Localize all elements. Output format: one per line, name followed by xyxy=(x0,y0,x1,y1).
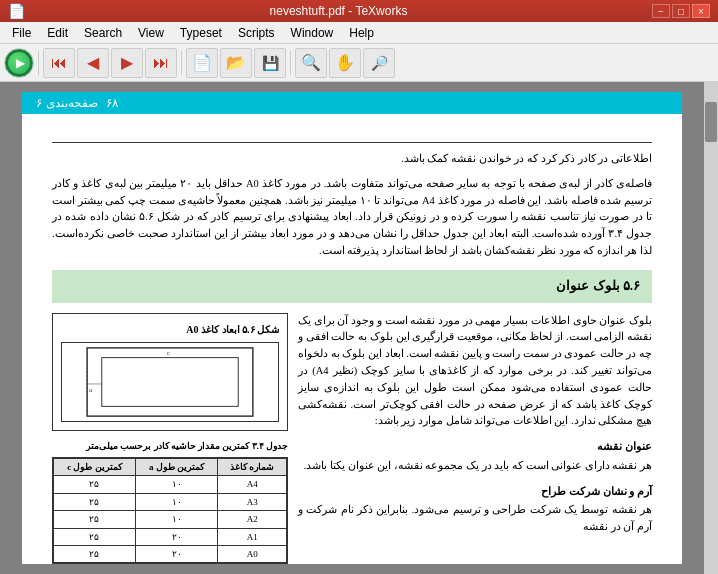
table-cell: A1 xyxy=(218,528,287,545)
menu-bar: File Edit Search View Typeset Scripts Wi… xyxy=(0,22,718,44)
zoom-icon: 🔍 xyxy=(301,53,321,72)
table-row: A0۲۰۲۵ xyxy=(54,545,287,562)
section-label: صفحه‌بندی xyxy=(46,96,98,110)
section-header-56: ۵.۶ بلوک عنوان xyxy=(52,270,652,303)
table-cell: ۲۵ xyxy=(54,511,136,528)
menu-view[interactable]: View xyxy=(130,24,172,42)
close-button[interactable]: × xyxy=(692,4,710,18)
new-file-button[interactable]: 📄 xyxy=(186,48,218,78)
title-bar: 📄 neveshtuft.pdf - TeXworks − □ × xyxy=(0,0,718,22)
table-cell: ۱۰ xyxy=(135,493,218,510)
menu-window[interactable]: Window xyxy=(283,24,342,42)
table-cell: A2 xyxy=(218,511,287,528)
menu-help[interactable]: Help xyxy=(341,24,382,42)
hand-tool-button[interactable]: ✋ xyxy=(329,48,361,78)
title-bar-title: neveshtuft.pdf - TeXworks xyxy=(25,4,652,18)
table-cell: ۲۵ xyxy=(54,476,136,493)
sub-heading-1: عنوان نقشه xyxy=(298,438,652,456)
play-button[interactable]: ▶ xyxy=(4,48,34,78)
pdf-para-3: بلوک عنوان حاوی اطلاعات بسیار مهمی در مو… xyxy=(298,313,652,431)
table-cell: ۲۵ xyxy=(54,493,136,510)
figure-title: شکل ۵.۶ ابعاد کاغذ A0 xyxy=(61,322,279,338)
toolbar-separator-1 xyxy=(38,51,39,75)
first-page-icon: ⏮ xyxy=(51,54,67,72)
table-cell: A3 xyxy=(218,493,287,510)
next-page-button[interactable]: ▶ xyxy=(111,48,143,78)
menu-search[interactable]: Search xyxy=(76,24,130,42)
table-header-2: کمترین طول a xyxy=(135,458,218,475)
table-row: A1۲۰۲۵ xyxy=(54,528,287,545)
pdf-para-1: اطلاعاتی در کادر ذکر کرد که در خواندن نق… xyxy=(52,151,652,168)
table-cell: A0 xyxy=(218,545,287,562)
next-page-icon: ▶ xyxy=(121,53,133,72)
pdf-para-2: فاصله‌ی کادر از لبه‌ی صفحه با توجه به سا… xyxy=(52,176,652,260)
pdf-top-bar: ۶۸ صفحه‌بندی ۶ xyxy=(22,92,682,114)
scroll-thumb[interactable] xyxy=(705,102,717,142)
menu-scripts[interactable]: Scripts xyxy=(230,24,283,42)
content-area: ۶۸ صفحه‌بندی ۶ اطلاعاتی در کادر ذکر کرد … xyxy=(0,82,718,574)
toolbar-separator-2 xyxy=(181,51,182,75)
figure-inner: a c xyxy=(61,342,279,422)
minimize-button[interactable]: − xyxy=(652,4,670,18)
menu-file[interactable]: File xyxy=(4,24,39,42)
page-number: ۶۸ xyxy=(106,96,118,110)
pdf-page: اطلاعاتی در کادر ذکر کرد که در خواندن نق… xyxy=(22,114,682,564)
table-cell: ۲۰ xyxy=(135,545,218,562)
title-bar-controls: − □ × xyxy=(652,4,710,18)
table-cell: ۲۵ xyxy=(54,528,136,545)
new-file-icon: 📄 xyxy=(192,53,212,72)
open-file-button[interactable]: 📂 xyxy=(220,48,252,78)
table-row: A2۱۰۲۵ xyxy=(54,511,287,528)
two-col-section: بلوک عنوان حاوی اطلاعات بسیار مهمی در مو… xyxy=(52,313,652,565)
figure-box: شکل ۵.۶ ابعاد کاغذ A0 a c xyxy=(52,313,288,431)
scrollbar[interactable] xyxy=(704,82,718,574)
prev-page-icon: ◀ xyxy=(87,53,99,72)
zoom-button[interactable]: 🔍 xyxy=(295,48,327,78)
pdf-para-sub2: هر نقشه توسط یک شرکت طراحی و ترسیم می‌شو… xyxy=(298,502,652,536)
dimensions-table: شماره کاغذ کمترین طول a کمترین طول c A4۱… xyxy=(53,458,287,563)
last-page-icon: ⏭ xyxy=(153,54,169,72)
menu-edit[interactable]: Edit xyxy=(39,24,76,42)
table-cell: ۱۰ xyxy=(135,476,218,493)
menu-typeset[interactable]: Typeset xyxy=(172,24,230,42)
toolbar: ▶ ⏮ ◀ ▶ ⏭ 📄 📂 💾 🔍 ✋ 🔎 xyxy=(0,44,718,82)
save-file-icon: 💾 xyxy=(262,55,279,71)
open-file-icon: 📂 xyxy=(226,53,246,72)
figure-svg: a c xyxy=(62,343,278,421)
save-file-button[interactable]: 💾 xyxy=(254,48,286,78)
pdf-top-line xyxy=(52,142,652,143)
page-section-number: ۶ xyxy=(36,96,42,110)
table-header-3: کمترین طول c xyxy=(54,458,136,475)
table-cell: ۱۰ xyxy=(135,511,218,528)
hand-icon: ✋ xyxy=(335,53,355,72)
pdf-container[interactable]: ۶۸ صفحه‌بندی ۶ اطلاعاتی در کادر ذکر کرد … xyxy=(0,82,704,574)
table-box: شماره کاغذ کمترین طول a کمترین طول c A4۱… xyxy=(52,457,288,564)
play-icon: ▶ xyxy=(6,50,32,76)
prev-page-button[interactable]: ◀ xyxy=(77,48,109,78)
svg-rect-1 xyxy=(102,357,239,406)
title-bar-icon: 📄 xyxy=(8,3,25,19)
last-page-button[interactable]: ⏭ xyxy=(145,48,177,78)
maximize-button[interactable]: □ xyxy=(672,4,690,18)
table-header-1: شماره کاغذ xyxy=(218,458,287,475)
find-button[interactable]: 🔎 xyxy=(363,48,395,78)
table-row: A3۱۰۲۵ xyxy=(54,493,287,510)
first-page-button[interactable]: ⏮ xyxy=(43,48,75,78)
col-text-left: بلوک عنوان حاوی اطلاعات بسیار مهمی در مو… xyxy=(298,313,652,565)
sub-heading-2: آرم و نشان شرکت طراح xyxy=(298,483,652,501)
toolbar-separator-3 xyxy=(290,51,291,75)
table-container: جدول ۳.۴ کمترین مقدار حاشیه کادر برحسب م… xyxy=(52,439,288,565)
table-row: A4۱۰۲۵ xyxy=(54,476,287,493)
table-cell: ۲۰ xyxy=(135,528,218,545)
table-cell: ۲۵ xyxy=(54,545,136,562)
find-icon: 🔎 xyxy=(371,55,388,71)
table-title: جدول ۳.۴ کمترین مقدار حاشیه کادر برحسب م… xyxy=(52,439,288,453)
svg-text:c: c xyxy=(167,348,170,355)
pdf-para-sub1: هر نقشه دارای عنوانی است که باید در یک م… xyxy=(298,458,652,475)
svg-text:a: a xyxy=(89,385,92,392)
table-cell: A4 xyxy=(218,476,287,493)
col-figure-right: شکل ۵.۶ ابعاد کاغذ A0 a c xyxy=(52,313,288,565)
